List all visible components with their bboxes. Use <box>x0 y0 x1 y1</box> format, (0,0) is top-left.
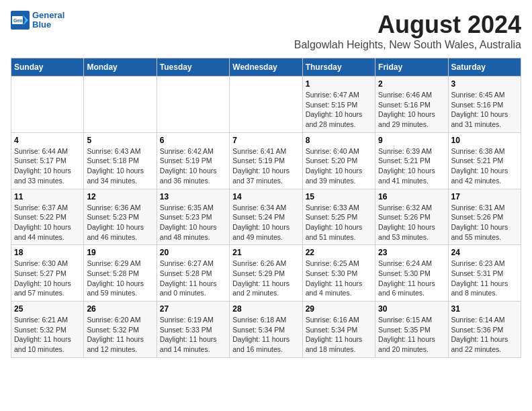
day-info: Sunrise: 6:32 AMSunset: 5:26 PMDaylight:… <box>378 203 445 242</box>
calendar-cell: 30Sunrise: 6:15 AMSunset: 5:35 PMDayligh… <box>375 302 448 358</box>
calendar-cell: 17Sunrise: 6:31 AMSunset: 5:26 PMDayligh… <box>448 189 521 245</box>
day-number: 16 <box>378 192 445 201</box>
day-number: 8 <box>306 136 372 145</box>
weekday-header-friday: Friday <box>375 58 448 77</box>
day-number: 22 <box>306 248 372 257</box>
day-info: Sunrise: 6:25 AMSunset: 5:30 PMDaylight:… <box>306 259 372 298</box>
day-number: 30 <box>378 304 445 314</box>
calendar-cell: 24Sunrise: 6:23 AMSunset: 5:31 PMDayligh… <box>448 245 521 302</box>
calendar-cell: 18Sunrise: 6:30 AMSunset: 5:27 PMDayligh… <box>11 245 84 302</box>
calendar-cell: 31Sunrise: 6:14 AMSunset: 5:36 PMDayligh… <box>448 302 521 358</box>
day-info: Sunrise: 6:30 AMSunset: 5:27 PMDaylight:… <box>14 259 81 298</box>
calendar-cell: 9Sunrise: 6:39 AMSunset: 5:21 PMDaylight… <box>375 132 448 189</box>
day-number: 28 <box>232 304 299 314</box>
calendar-cell: 15Sunrise: 6:33 AMSunset: 5:25 PMDayligh… <box>302 189 375 245</box>
calendar-cell: 21Sunrise: 6:26 AMSunset: 5:29 PMDayligh… <box>230 245 302 302</box>
calendar-cell: 10Sunrise: 6:38 AMSunset: 5:21 PMDayligh… <box>448 132 521 189</box>
top-bar: Gen General Blue August 2024 Balgowlah H… <box>11 11 521 52</box>
day-info: Sunrise: 6:38 AMSunset: 5:21 PMDaylight:… <box>451 146 518 186</box>
calendar-cell <box>230 77 302 133</box>
day-info: Sunrise: 6:47 AMSunset: 5:15 PMDaylight:… <box>306 90 372 130</box>
day-info: Sunrise: 6:40 AMSunset: 5:20 PMDaylight:… <box>306 146 372 186</box>
day-number: 2 <box>378 79 445 89</box>
subtitle: Balgowlah Heights, New South Wales, Aust… <box>294 39 521 51</box>
calendar-cell: 26Sunrise: 6:20 AMSunset: 5:32 PMDayligh… <box>84 302 157 358</box>
calendar-cell: 2Sunrise: 6:46 AMSunset: 5:16 PMDaylight… <box>375 77 448 133</box>
day-number: 9 <box>378 136 445 145</box>
calendar-cell: 12Sunrise: 6:36 AMSunset: 5:23 PMDayligh… <box>84 189 157 245</box>
day-number: 11 <box>14 192 81 201</box>
day-number: 17 <box>451 192 518 201</box>
day-number: 24 <box>451 248 518 257</box>
day-info: Sunrise: 6:26 AMSunset: 5:29 PMDaylight:… <box>232 259 299 298</box>
week-row-4: 18Sunrise: 6:30 AMSunset: 5:27 PMDayligh… <box>11 245 521 302</box>
day-info: Sunrise: 6:31 AMSunset: 5:26 PMDaylight:… <box>451 203 518 242</box>
day-number: 25 <box>14 304 81 314</box>
calendar-cell: 23Sunrise: 6:24 AMSunset: 5:30 PMDayligh… <box>375 245 448 302</box>
main-title: August 2024 <box>294 11 521 39</box>
day-number: 20 <box>160 248 226 257</box>
calendar-cell: 13Sunrise: 6:35 AMSunset: 5:23 PMDayligh… <box>157 189 229 245</box>
weekday-header-row: SundayMondayTuesdayWednesdayThursdayFrid… <box>11 58 521 77</box>
day-number: 10 <box>451 136 518 145</box>
calendar-cell: 28Sunrise: 6:18 AMSunset: 5:34 PMDayligh… <box>230 302 302 358</box>
day-info: Sunrise: 6:16 AMSunset: 5:34 PMDaylight:… <box>306 315 372 355</box>
calendar-table: SundayMondayTuesdayWednesdayThursdayFrid… <box>11 58 521 358</box>
day-info: Sunrise: 6:35 AMSunset: 5:23 PMDaylight:… <box>160 203 226 242</box>
day-number: 26 <box>87 304 153 314</box>
day-info: Sunrise: 6:41 AMSunset: 5:19 PMDaylight:… <box>232 146 299 186</box>
day-number: 3 <box>451 79 518 89</box>
day-number: 18 <box>14 248 81 257</box>
day-info: Sunrise: 6:24 AMSunset: 5:30 PMDaylight:… <box>378 259 445 298</box>
calendar-cell: 4Sunrise: 6:44 AMSunset: 5:17 PMDaylight… <box>11 132 84 189</box>
calendar-cell: 7Sunrise: 6:41 AMSunset: 5:19 PMDaylight… <box>230 132 302 189</box>
day-number: 19 <box>87 248 153 257</box>
logo-text: General Blue <box>32 11 64 30</box>
week-row-2: 4Sunrise: 6:44 AMSunset: 5:17 PMDaylight… <box>11 132 521 189</box>
weekday-header-wednesday: Wednesday <box>230 58 302 77</box>
generalblue-logo-icon: Gen <box>11 11 30 30</box>
day-number: 5 <box>87 136 153 145</box>
day-info: Sunrise: 6:45 AMSunset: 5:16 PMDaylight:… <box>451 90 518 130</box>
day-number: 15 <box>306 192 372 201</box>
day-info: Sunrise: 6:23 AMSunset: 5:31 PMDaylight:… <box>451 259 518 298</box>
weekday-header-monday: Monday <box>84 58 157 77</box>
weekday-header-sunday: Sunday <box>11 58 84 77</box>
calendar-cell <box>157 77 229 133</box>
calendar-cell: 14Sunrise: 6:34 AMSunset: 5:24 PMDayligh… <box>230 189 302 245</box>
calendar-cell: 22Sunrise: 6:25 AMSunset: 5:30 PMDayligh… <box>302 245 375 302</box>
day-number: 7 <box>232 136 299 145</box>
day-number: 29 <box>306 304 372 314</box>
calendar-cell: 16Sunrise: 6:32 AMSunset: 5:26 PMDayligh… <box>375 189 448 245</box>
week-row-5: 25Sunrise: 6:21 AMSunset: 5:32 PMDayligh… <box>11 302 521 358</box>
day-info: Sunrise: 6:19 AMSunset: 5:33 PMDaylight:… <box>160 315 226 355</box>
day-info: Sunrise: 6:39 AMSunset: 5:21 PMDaylight:… <box>378 146 445 186</box>
day-info: Sunrise: 6:15 AMSunset: 5:35 PMDaylight:… <box>378 315 445 355</box>
calendar-cell: 1Sunrise: 6:47 AMSunset: 5:15 PMDaylight… <box>302 77 375 133</box>
calendar-cell: 3Sunrise: 6:45 AMSunset: 5:16 PMDaylight… <box>448 77 521 133</box>
title-section: August 2024 Balgowlah Heights, New South… <box>294 11 521 51</box>
day-info: Sunrise: 6:37 AMSunset: 5:22 PMDaylight:… <box>14 203 81 242</box>
calendar-cell: 20Sunrise: 6:27 AMSunset: 5:28 PMDayligh… <box>157 245 229 302</box>
day-info: Sunrise: 6:18 AMSunset: 5:34 PMDaylight:… <box>232 315 299 355</box>
day-number: 27 <box>160 304 226 314</box>
day-info: Sunrise: 6:29 AMSunset: 5:28 PMDaylight:… <box>87 259 153 298</box>
weekday-header-thursday: Thursday <box>302 58 375 77</box>
day-number: 6 <box>160 136 226 145</box>
calendar-cell: 25Sunrise: 6:21 AMSunset: 5:32 PMDayligh… <box>11 302 84 358</box>
calendar-cell <box>84 77 157 133</box>
calendar-cell: 5Sunrise: 6:43 AMSunset: 5:18 PMDaylight… <box>84 132 157 189</box>
logo: Gen General Blue <box>11 11 64 30</box>
week-row-3: 11Sunrise: 6:37 AMSunset: 5:22 PMDayligh… <box>11 189 521 245</box>
weekday-header-saturday: Saturday <box>448 58 521 77</box>
day-info: Sunrise: 6:36 AMSunset: 5:23 PMDaylight:… <box>87 203 153 242</box>
calendar-cell: 8Sunrise: 6:40 AMSunset: 5:20 PMDaylight… <box>302 132 375 189</box>
calendar-cell: 29Sunrise: 6:16 AMSunset: 5:34 PMDayligh… <box>302 302 375 358</box>
day-info: Sunrise: 6:44 AMSunset: 5:17 PMDaylight:… <box>14 146 81 186</box>
weekday-header-tuesday: Tuesday <box>157 58 229 77</box>
day-number: 13 <box>160 192 226 201</box>
week-row-1: 1Sunrise: 6:47 AMSunset: 5:15 PMDaylight… <box>11 77 521 133</box>
day-number: 12 <box>87 192 153 201</box>
day-info: Sunrise: 6:33 AMSunset: 5:25 PMDaylight:… <box>306 203 372 242</box>
day-number: 31 <box>451 304 518 314</box>
